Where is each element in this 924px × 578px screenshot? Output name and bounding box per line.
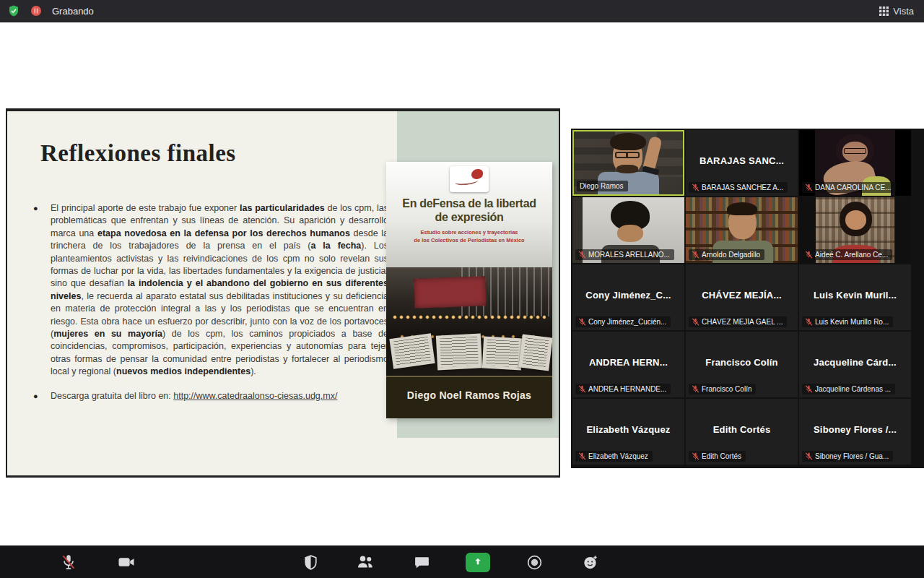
floor-banner-shape	[482, 337, 523, 371]
grid-view-icon	[879, 7, 889, 16]
mute-button[interactable]	[54, 548, 83, 577]
bullet-text: El principal aporte de este trabajo fue …	[51, 202, 388, 379]
participant-tile[interactable]: Aideé C. Arellano Ce...	[799, 197, 911, 263]
muted-mic-icon	[692, 184, 699, 191]
rect-decor	[34, 9, 35, 14]
circle-decor	[591, 561, 593, 562]
participant-label-text: Siboney Flores / Gua...	[815, 452, 889, 460]
video-button[interactable]	[112, 548, 141, 577]
view-button[interactable]: Vista	[869, 0, 924, 22]
share-screen-button[interactable]	[463, 548, 492, 577]
participant-label-text: Edith Cortés	[702, 452, 741, 460]
participant-label-text: ANDREA HERNANDE...	[588, 385, 666, 393]
participant-tile[interactable]: Cony Jiménez_C...Cony Jiménez_Cucién...	[572, 264, 684, 330]
shelf2-shape	[657, 131, 683, 177]
bullet-bold-segment: las particularidades	[240, 203, 325, 213]
participant-label: Siboney Flores / Gua...	[802, 451, 893, 462]
participant-label-text: CHÁVEZ MEJÍA GAEL ...	[702, 318, 783, 326]
protest-banner-shape	[414, 276, 486, 308]
circle-decor	[531, 558, 537, 565]
muted-mic-icon	[578, 251, 586, 259]
participant-name: BARAJAS SANC...	[686, 155, 798, 166]
participant-name: Cony Jiménez_C...	[572, 290, 684, 301]
muted-mic-icon	[805, 318, 813, 326]
participant-tile[interactable]: Arnoldo Delgadillo	[686, 197, 798, 263]
circle-decor	[31, 6, 41, 16]
security-button[interactable]	[296, 548, 325, 577]
encryption-shield-icon[interactable]	[7, 4, 20, 17]
rect-decor	[879, 13, 881, 15]
participant-tile[interactable]: Luis Kevin Muril...Luis Kevin Murillo Ro…	[799, 264, 911, 330]
camera-icon	[116, 552, 136, 572]
participant-tile[interactable]: BARAJAS SANC...BARAJAS SANCHEZ A...	[686, 130, 798, 196]
download-link[interactable]: http://www.catedraalonso-ciesas.udg.mx/	[173, 391, 337, 401]
chat-button[interactable]	[407, 548, 436, 577]
participant-tile[interactable]: Francisco ColínFrancisco Colín	[686, 332, 798, 397]
participant-name: Elizabeth Vázquez	[572, 424, 684, 435]
participant-tile[interactable]: Edith CortésEdith Cortés	[686, 399, 798, 465]
participant-label-text: DANA CAROLINA CE...	[815, 184, 892, 191]
muted-mic-icon	[805, 184, 813, 191]
path-decor	[368, 563, 372, 567]
circle-decor	[367, 557, 371, 561]
path-decor	[9, 6, 18, 17]
muted-mic-icon	[578, 318, 586, 326]
zoom-meeting-window: Grabando Vista Reflexiones finales ●El p…	[0, 0, 924, 578]
participant-label-text: Francisco Colín	[702, 385, 751, 393]
book-title-line2: de expresión	[435, 211, 503, 223]
participant-tile[interactable]: MORALES ARELLANO...	[572, 197, 684, 263]
participant-tile[interactable]: Elizabeth VázquezElizabeth Vázquez	[572, 399, 684, 465]
muted-mic-icon	[578, 385, 586, 393]
participant-label: ANDREA HERNANDE...	[575, 384, 671, 394]
hair-shape	[727, 202, 757, 215]
record-button[interactable]	[520, 548, 549, 577]
participants-button[interactable]	[351, 548, 380, 577]
circle-decor	[588, 561, 589, 562]
bullet-bold-segment: nuevos medios independientes	[116, 366, 250, 376]
participant-label-text: Arnoldo Delgadillo	[702, 251, 760, 259]
banner-text-lines	[440, 337, 479, 368]
participant-label: Cony Jiménez_Cucién...	[575, 316, 671, 327]
reactions-smiley-icon	[581, 553, 600, 571]
participant-label-text: Diego Ramos	[580, 182, 624, 190]
rect-decor	[119, 558, 130, 566]
hair-shape	[610, 133, 646, 150]
publisher-logo	[450, 166, 489, 192]
recording-label: Grabando	[52, 6, 94, 17]
book-subtitle-line1: Estudio sobre acciones y trayectorias	[420, 229, 518, 236]
slide-bullet: ●El principal aporte de este trabajo fue…	[33, 202, 388, 379]
participant-label: MORALES ARELLANO...	[575, 249, 674, 260]
participant-label-text: Aideé C. Arellano Ce...	[815, 251, 888, 259]
participant-tile[interactable]: ANDREA HERN...ANDREA HERNANDE...	[572, 332, 684, 397]
path-decor	[415, 557, 429, 568]
rect-decor	[883, 13, 885, 15]
participant-tile[interactable]: DANA CAROLINA CE...	[799, 130, 911, 196]
glasses-shape	[615, 152, 639, 159]
book-subtitle-line2: de los Colectivos de Periodistas en Méxi…	[414, 237, 524, 243]
reactions-button[interactable]	[576, 548, 605, 577]
beard-shape	[616, 165, 638, 173]
participant-tile[interactable]: Diego Ramos	[572, 130, 684, 196]
floor-banner-shape	[436, 333, 482, 370]
bullet-marker-icon: ●	[33, 202, 51, 379]
participant-tile[interactable]: Siboney Flores /...Siboney Flores / Gua.…	[799, 399, 911, 465]
book-subtitle: Estudio sobre acciones y trayectorias de…	[386, 228, 552, 244]
slide-title: Reflexiones finales	[40, 140, 236, 167]
participant-name: Edith Cortés	[686, 424, 798, 435]
participant-label: Arnoldo Delgadillo	[689, 249, 764, 260]
bullet-bold-segment: etapa novedosa en la defensa por los der…	[97, 228, 350, 238]
slide-bullet: ●Descarga gratuita del libro en: http://…	[33, 390, 388, 402]
participant-tile[interactable]: CHÁVEZ MEJÍA...CHÁVEZ MEJÍA GAEL ...	[686, 264, 798, 330]
muted-mic-icon	[805, 452, 813, 460]
participant-name: Jacqueline Cárd...	[799, 357, 911, 368]
rect-decor	[886, 13, 889, 15]
bullet-segment: ).	[250, 366, 256, 376]
participant-name: Siboney Flores /...	[799, 424, 911, 435]
path-decor	[305, 556, 310, 569]
rect-decor	[886, 9, 889, 12]
participants-icon	[355, 552, 375, 572]
participant-tile[interactable]: Jacqueline Cárd...Jacqueline Cárdenas ..…	[799, 332, 911, 397]
floor-banner-shape	[389, 333, 435, 369]
rect-decor	[883, 7, 885, 9]
muted-mic-icon	[578, 452, 586, 460]
